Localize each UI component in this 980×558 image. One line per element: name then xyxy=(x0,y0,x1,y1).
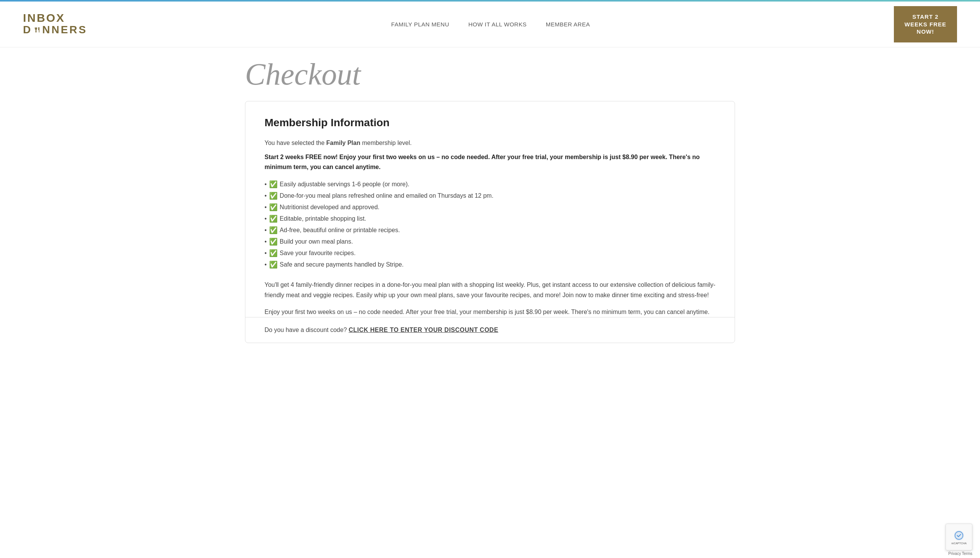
membership-selected-plan: You have selected the Family Plan member… xyxy=(265,138,715,148)
features-list: ✅ Easily adjustable servings 1-6 people … xyxy=(265,179,715,271)
check-icon-8: ✅ xyxy=(269,261,278,269)
discount-section: Do you have a discount code? CLICK HERE … xyxy=(245,317,735,343)
logo-dinners-rest: NNERS xyxy=(42,24,87,36)
plan-suffix: membership level. xyxy=(360,140,412,146)
check-icon-5: ✅ xyxy=(269,226,278,235)
feature-8: ✅ Safe and secure payments handled by St… xyxy=(265,259,715,271)
membership-footer-text: Enjoy your first two weeks on us – no co… xyxy=(265,307,715,317)
feature-7-text: Save your favourite recipes. xyxy=(280,250,356,257)
feature-1-text: Easily adjustable servings 1-6 people (o… xyxy=(280,181,410,188)
feature-6-text: Build your own meal plans. xyxy=(280,238,353,245)
main-nav: FAMILY PLAN MENU HOW IT ALL WORKS MEMBER… xyxy=(391,21,590,28)
feature-6: ✅ Build your own meal plans. xyxy=(265,236,715,248)
check-icon-7: ✅ xyxy=(269,249,278,258)
logo-dinners: D xyxy=(23,24,32,36)
check-icon-2: ✅ xyxy=(269,192,278,200)
header: INBOX D NNERS FAMILY PLAN MENU HOW IT AL… xyxy=(0,2,980,48)
membership-body: You'll get 4 family-friendly dinner reci… xyxy=(265,279,715,300)
feature-3-text: Nutritionist developed and approved. xyxy=(280,204,380,211)
feature-4-text: Editable, printable shopping list. xyxy=(280,215,366,222)
start-free-button[interactable]: START 2WEEKS FREENOW! xyxy=(894,6,957,43)
check-icon-6: ✅ xyxy=(269,238,278,246)
nav-family-plan-menu[interactable]: FAMILY PLAN MENU xyxy=(391,21,450,28)
check-icon-1: ✅ xyxy=(269,180,278,189)
selected-plan-prefix: You have selected the xyxy=(265,140,326,146)
fork-icon xyxy=(34,26,41,33)
feature-7: ✅ Save your favourite recipes. xyxy=(265,248,715,259)
feature-5-text: Ad-free, beautiful online or printable r… xyxy=(280,227,400,234)
feature-2-text: Done-for-you meal plans refreshed online… xyxy=(280,192,493,199)
feature-8-text: Safe and secure payments handled by Stri… xyxy=(280,261,404,268)
check-icon-4: ✅ xyxy=(269,215,278,223)
discount-prompt: Do you have a discount code? xyxy=(265,327,349,333)
membership-card: Membership Information You have selected… xyxy=(245,101,735,343)
nav-member-area[interactable]: MEMBER AREA xyxy=(546,21,590,28)
feature-2: ✅ Done-for-you meal plans refreshed onli… xyxy=(265,190,715,202)
feature-3: ✅ Nutritionist developed and approved. xyxy=(265,202,715,213)
logo-inbox: INBOX xyxy=(23,12,65,24)
checkout-heading: Checkout xyxy=(245,59,735,90)
check-icon-3: ✅ xyxy=(269,203,278,212)
nav-how-it-works[interactable]: HOW IT ALL WORKS xyxy=(468,21,526,28)
membership-highlight: Start 2 weeks FREE now! Enjoy your first… xyxy=(265,152,715,172)
plan-name: Family Plan xyxy=(326,140,360,146)
discount-code-link[interactable]: CLICK HERE TO ENTER YOUR DISCOUNT CODE xyxy=(349,327,498,333)
membership-title: Membership Information xyxy=(265,117,715,129)
feature-1: ✅ Easily adjustable servings 1-6 people … xyxy=(265,179,715,190)
logo[interactable]: INBOX D NNERS xyxy=(23,12,87,36)
feature-5: ✅ Ad-free, beautiful online or printable… xyxy=(265,225,715,236)
feature-4: ✅ Editable, printable shopping list. xyxy=(265,213,715,225)
main-content: Checkout Membership Information You have… xyxy=(222,48,758,354)
